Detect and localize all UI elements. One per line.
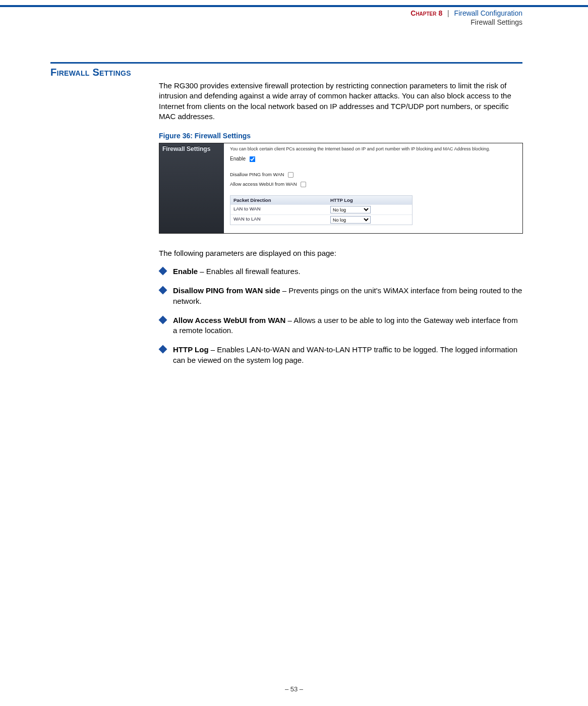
chapter-separator: | bbox=[444, 9, 452, 17]
diamond-bullet-icon bbox=[159, 286, 167, 295]
param-label: HTTP Log bbox=[173, 345, 209, 354]
figure-sidebar: Firewall Settings bbox=[159, 143, 224, 233]
list-item: Allow Access WebUI from WAN – Allows a u… bbox=[159, 315, 522, 336]
figure-options: Disallow PING from WAN Allow access WebU… bbox=[230, 170, 517, 189]
figure-opt2-row: Allow access WebUI from WAN bbox=[230, 180, 517, 189]
figure-cell-dir-1: WAN to LAN bbox=[230, 215, 327, 225]
figure-table-header: Packet Direction HTTP Log bbox=[230, 196, 412, 204]
figure-opt2-label: Allow access WebUI from WAN bbox=[230, 181, 297, 187]
figure-enable-label: Enable bbox=[230, 156, 246, 161]
page-footer: – 53 – bbox=[0, 685, 588, 693]
content-column: The RG300 provides extensive firewall pr… bbox=[159, 81, 522, 374]
top-rule bbox=[0, 5, 588, 7]
list-item: Disallow PING from WAN side – Prevents p… bbox=[159, 286, 522, 306]
figure-opt1-checkbox[interactable] bbox=[288, 172, 293, 178]
figure-screenshot: Firewall Settings You can block certain … bbox=[159, 143, 523, 234]
figure-opt1-row: Disallow PING from WAN bbox=[230, 170, 517, 180]
figure-table-row: LAN to WAN No log bbox=[230, 204, 412, 214]
param-label: Allow Access WebUI from WAN bbox=[173, 316, 285, 324]
figure-cell-val-1: No log bbox=[327, 215, 412, 225]
chapter-label: Chapter 8 bbox=[410, 9, 442, 17]
figure-main-panel: You can block certain client PCs accessi… bbox=[224, 143, 522, 233]
param-desc: – Enables LAN-to-WAN and WAN-to-LAN HTTP… bbox=[173, 345, 517, 364]
header-subtitle: Firewall Settings bbox=[410, 18, 522, 27]
figure-table: Packet Direction HTTP Log LAN to WAN No … bbox=[230, 195, 413, 225]
figure-opt2-checkbox[interactable] bbox=[301, 182, 306, 187]
figure-th-httplog: HTTP Log bbox=[327, 196, 412, 204]
param-desc: – Enables all firewall features. bbox=[198, 267, 300, 276]
list-item: HTTP Log – Enables LAN-to-WAN and WAN-to… bbox=[159, 345, 522, 365]
params-list: Enable – Enables all firewall features. … bbox=[159, 266, 522, 365]
figure-select-0[interactable]: No log bbox=[330, 206, 371, 213]
param-label: Enable bbox=[173, 267, 198, 276]
chapter-title: Firewall Configuration bbox=[454, 9, 522, 17]
figure-description: You can block certain client PCs accessi… bbox=[230, 146, 517, 151]
section-heading: Firewall Settings bbox=[50, 67, 131, 78]
figure-select-1[interactable]: No log bbox=[330, 216, 371, 224]
diamond-bullet-icon bbox=[159, 345, 167, 354]
page: Chapter 8 | Firewall Configuration Firew… bbox=[0, 0, 588, 706]
figure-sidebar-label: Firewall Settings bbox=[162, 145, 210, 152]
figure-cell-val-0: No log bbox=[327, 205, 412, 214]
list-item: Enable – Enables all firewall features. bbox=[159, 266, 522, 277]
diamond-bullet-icon bbox=[159, 315, 167, 324]
intro-paragraph: The RG300 provides extensive firewall pr… bbox=[159, 81, 522, 122]
figure-th-direction: Packet Direction bbox=[230, 196, 327, 204]
figure-enable-checkbox[interactable] bbox=[250, 156, 256, 162]
figure-opt1-label: Disallow PING from WAN bbox=[230, 172, 284, 177]
figure-enable-row: Enable bbox=[230, 154, 517, 164]
section-rule bbox=[50, 62, 522, 64]
chapter-line: Chapter 8 | Firewall Configuration bbox=[410, 9, 522, 18]
page-header: Chapter 8 | Firewall Configuration Firew… bbox=[410, 9, 522, 27]
figure-table-row: WAN to LAN No log bbox=[230, 214, 412, 225]
figure-cell-dir-0: LAN to WAN bbox=[230, 205, 327, 214]
params-intro: The following parameters are displayed o… bbox=[159, 249, 522, 257]
figure-caption: Figure 36: Firewall Settings bbox=[159, 132, 522, 140]
param-label: Disallow PING from WAN side bbox=[173, 286, 280, 295]
diamond-bullet-icon bbox=[159, 267, 167, 276]
